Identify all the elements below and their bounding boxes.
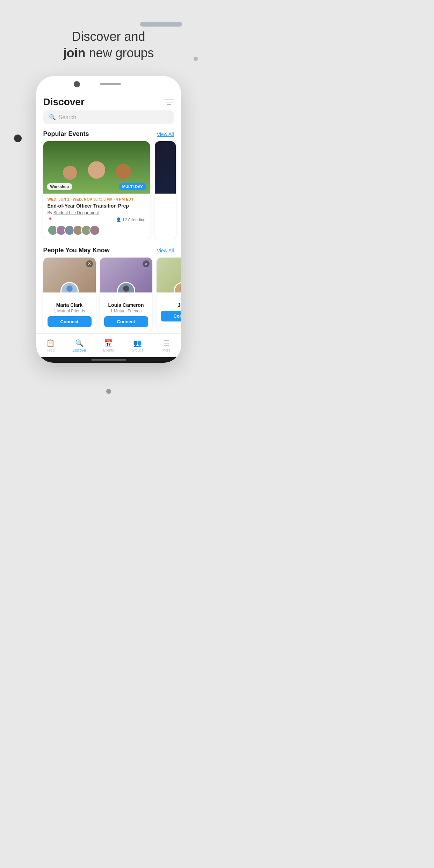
nav-discover-label: Discover — [73, 348, 86, 352]
person-card-louis[interactable]: ✕ Louis Cameron 1 Mutual Friends — [100, 258, 152, 331]
person-avatar-maria — [60, 282, 79, 292]
event-card-1[interactable]: Workshop MULTI-DAY WED, JUN 1 - WED, NOV… — [43, 141, 150, 239]
person-info-louis: Louis Cameron 1 Mutual Friends Connect — [100, 292, 152, 331]
person-bg-maria: ✕ — [43, 258, 96, 292]
nav-more[interactable]: ☰ More — [152, 339, 181, 352]
filter-button[interactable] — [164, 97, 174, 107]
person-bg-louis: ✕ — [100, 258, 152, 292]
bottom-nav: 📋 Feed 🔍 Discover 📅 Events 👥 Groups ☰ Mo… — [36, 333, 181, 357]
bg-dot-bottom — [106, 389, 111, 394]
event-card-2-partial[interactable] — [155, 141, 176, 239]
connect-button-maria[interactable]: Connect — [48, 316, 92, 327]
svg-point-0 — [66, 285, 73, 292]
nav-discover[interactable]: 🔍 Discover — [65, 339, 94, 352]
event-image-2-partial — [155, 141, 176, 194]
headline-bold: join — [63, 46, 85, 60]
person-name-louis: Louis Cameron — [104, 302, 148, 308]
person-name-jo: Jo... — [161, 302, 181, 308]
event-name-1: End-of-Year Officer Transition Prep — [48, 203, 146, 209]
person-info-jo: Jo... Connect — [157, 292, 181, 325]
app-content: Discover 🔍 Search Popular Events View Al… — [36, 92, 181, 357]
nav-feed-label: Feed — [47, 348, 55, 352]
connect-button-jo[interactable]: Connect — [161, 311, 181, 321]
person-close-maria[interactable]: ✕ — [86, 260, 93, 267]
bg-dot-left — [14, 135, 22, 142]
person-card-maria[interactable]: ✕ Maria Clark 1 Mutual Friends — [43, 258, 96, 331]
bg-bar-top — [140, 22, 182, 27]
person-mutual-maria: 1 Mutual Friends — [48, 309, 92, 313]
person-close-louis[interactable]: ✕ — [143, 260, 150, 267]
event-badge-multiday: MULTI-DAY — [119, 183, 146, 190]
filter-line-2 — [166, 102, 173, 102]
phone-top-bar — [36, 76, 181, 92]
feed-icon: 📋 — [46, 339, 55, 347]
person-name-maria: Maria Clark — [48, 302, 92, 308]
event-image-1: Workshop MULTI-DAY — [43, 141, 150, 194]
person-avatar-louis — [117, 282, 135, 292]
popular-events-header: Popular Events View All — [36, 128, 181, 141]
people-view-all[interactable]: View All — [157, 248, 174, 253]
nav-events-label: Events — [103, 348, 114, 352]
headline: Discover and join new groups — [0, 29, 217, 62]
event-meta-1: 📍 - 👤 12 Attending — [48, 217, 146, 222]
people-header: People You May Know View All — [36, 245, 181, 258]
person-bg-jo — [157, 258, 181, 292]
event-attending-1: 👤 12 Attending — [116, 217, 146, 222]
event-date-1: WED, JUN 1 - WED, NOV 30 @ 3 PM - 4 PM E… — [48, 197, 146, 201]
events-icon: 📅 — [104, 339, 113, 347]
groups-icon: 👥 — [133, 339, 142, 347]
event-organizer-link-1[interactable]: Student Life Department — [53, 210, 99, 215]
person-card-jo[interactable]: Jo... Connect — [157, 258, 181, 331]
nav-events[interactable]: 📅 Events — [94, 339, 123, 352]
search-icon: 🔍 — [49, 114, 56, 121]
svg-point-2 — [123, 285, 129, 292]
nav-groups[interactable]: 👥 Groups — [123, 339, 152, 352]
events-carousel: Workshop MULTI-DAY WED, JUN 1 - WED, NOV… — [36, 141, 181, 239]
popular-events-view-all[interactable]: View All — [157, 131, 174, 137]
people-section: People You May Know View All ✕ — [36, 245, 181, 333]
nav-feed[interactable]: 📋 Feed — [36, 339, 65, 352]
app-header: Discover — [36, 92, 181, 110]
people-carousel: ✕ Maria Clark 1 Mutual Friends — [36, 258, 181, 331]
more-icon: ☰ — [163, 339, 169, 347]
search-bar[interactable]: 🔍 Search — [43, 110, 174, 124]
person-mutual-louis: 1 Mutual Friends — [104, 309, 148, 313]
phone-home-indicator — [91, 359, 126, 361]
phone-bottom-bar — [36, 357, 181, 363]
event-badge-workshop: Workshop — [47, 183, 73, 190]
filter-line-3 — [167, 104, 171, 104]
person-avatar-jo — [174, 282, 181, 292]
popular-events-title: Popular Events — [43, 130, 89, 138]
attendee-avatar-6 — [89, 225, 100, 236]
phone-camera — [74, 81, 80, 87]
svg-point-4 — [180, 285, 181, 292]
avatar-row-1 — [48, 225, 146, 236]
phone-mockup: Discover 🔍 Search Popular Events View Al… — [36, 76, 181, 363]
nav-more-label: More — [162, 348, 171, 352]
page-title: Discover — [43, 96, 85, 108]
event-info-1: WED, JUN 1 - WED, NOV 30 @ 3 PM - 4 PM E… — [43, 194, 150, 239]
search-input[interactable]: Search — [59, 114, 77, 121]
event-location-1: 📍 - — [48, 217, 55, 222]
filter-line-1 — [164, 100, 174, 100]
app-scroll[interactable]: Popular Events View All Workshop MULTI-D… — [36, 128, 181, 333]
discover-icon: 🔍 — [75, 339, 84, 347]
phone-speaker — [100, 83, 121, 85]
event-by-1: By Student Life Department — [48, 210, 146, 215]
people-title: People You May Know — [43, 247, 110, 254]
person-info-maria: Maria Clark 1 Mutual Friends Connect — [43, 292, 96, 331]
nav-groups-label: Groups — [132, 348, 143, 352]
connect-button-louis[interactable]: Connect — [104, 316, 148, 327]
